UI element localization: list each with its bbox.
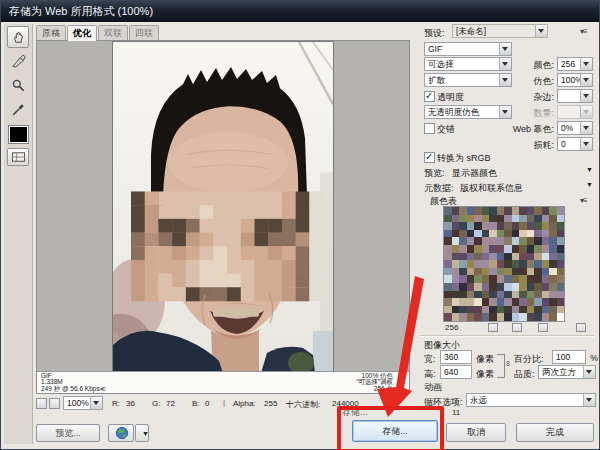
color-swatch[interactable] [489,245,497,253]
color-swatch[interactable] [459,245,467,253]
color-swatch[interactable] [489,306,497,314]
color-swatch[interactable] [549,222,557,230]
color-swatch[interactable] [459,298,467,306]
color-swatch[interactable] [519,298,527,306]
zoom-tool-button[interactable] [7,74,29,96]
color-swatch[interactable] [542,291,550,299]
color-swatch[interactable] [489,283,497,291]
matte-arrow[interactable] [580,90,592,102]
color-swatch[interactable] [534,207,542,215]
color-swatch[interactable] [542,230,550,238]
preset-dropdown-arrow[interactable] [535,25,547,37]
color-swatch[interactable] [557,253,565,261]
color-swatch[interactable] [467,230,475,238]
color-swatch[interactable] [542,298,550,306]
color-swatch[interactable] [497,283,505,291]
color-swatch[interactable] [519,275,527,283]
color-swatch[interactable] [512,275,520,283]
color-swatch[interactable] [452,230,460,238]
color-swatch[interactable] [519,222,527,230]
color-swatch[interactable] [482,283,490,291]
color-swatch[interactable] [519,306,527,314]
color-swatch[interactable] [534,283,542,291]
color-swatch[interactable] [444,313,452,321]
websnap-field[interactable]: 0% [557,121,593,135]
color-swatch[interactable] [512,298,520,306]
zoom-dropdown-arrow[interactable] [90,397,102,409]
eyedropper-tool-button[interactable] [7,98,29,120]
color-swatch[interactable] [497,215,505,223]
color-swatch[interactable] [482,306,490,314]
color-swatch[interactable] [557,291,565,299]
color-swatch[interactable] [504,291,512,299]
color-swatch[interactable] [519,313,527,321]
color-swatch[interactable] [474,291,482,299]
color-swatch[interactable] [534,215,542,223]
color-swatch[interactable] [534,237,542,245]
color-swatch[interactable] [444,268,452,276]
metadata-arrow[interactable]: ▼ [586,181,593,188]
color-swatch[interactable] [534,298,542,306]
color-swatch[interactable] [549,306,557,314]
color-swatch[interactable] [459,306,467,314]
color-swatch[interactable] [489,222,497,230]
color-swatch[interactable] [527,275,535,283]
color-swatch[interactable] [452,222,460,230]
color-swatch[interactable] [504,275,512,283]
color-swatch[interactable] [527,215,535,223]
color-swatch[interactable] [519,245,527,253]
format-dropdown-arrow[interactable] [499,43,511,55]
color-swatch[interactable] [527,222,535,230]
color-swatch[interactable] [467,237,475,245]
color-swatch[interactable] [459,230,467,238]
color-swatch[interactable] [527,298,535,306]
color-swatch[interactable] [512,245,520,253]
color-swatch[interactable] [512,260,520,268]
color-swatch[interactable] [542,275,550,283]
color-swatch[interactable] [444,306,452,314]
color-swatch[interactable] [482,207,490,215]
color-swatch[interactable] [489,237,497,245]
width-field[interactable]: 360 [440,350,472,364]
color-swatch[interactable] [519,230,527,238]
lossy-arrow[interactable] [580,138,592,150]
color-swatch[interactable] [452,298,460,306]
tab-2up[interactable]: 双联 [98,25,128,40]
color-swatch[interactable] [549,230,557,238]
color-swatch[interactable] [527,245,535,253]
color-swatch[interactable] [527,230,535,238]
color-swatch[interactable] [467,207,475,215]
tab-optimized[interactable]: 优化 [67,25,97,41]
color-swatch[interactable] [474,306,482,314]
color-swatch[interactable] [497,298,505,306]
color-swatch[interactable] [549,260,557,268]
color-swatch[interactable] [542,222,550,230]
color-swatch[interactable] [444,298,452,306]
title-bar[interactable]: 存储为 Web 所用格式 (100%) [0,0,600,22]
color-swatch[interactable] [467,275,475,283]
color-swatch[interactable] [482,237,490,245]
color-swatch[interactable] [549,245,557,253]
color-swatch[interactable] [474,260,482,268]
color-swatch[interactable] [497,275,505,283]
color-swatch[interactable] [549,313,557,321]
color-swatch[interactable] [549,215,557,223]
color-swatch[interactable] [497,253,505,261]
tab-original[interactable]: 原稿 [36,25,66,40]
color-swatch[interactable] [467,245,475,253]
percent-field[interactable]: 100 [552,350,586,364]
dither-arrow[interactable] [580,74,592,86]
color-swatch[interactable] [534,230,542,238]
color-swatch[interactable] [474,313,482,321]
color-swatch[interactable] [459,237,467,245]
loop-select[interactable]: 永远 [466,393,596,407]
color-swatch[interactable] [519,291,527,299]
color-swatch[interactable] [474,215,482,223]
color-swatch[interactable] [489,291,497,299]
color-swatch[interactable] [549,298,557,306]
color-swatch[interactable] [452,253,460,261]
color-swatch[interactable] [489,275,497,283]
color-swatch[interactable] [497,313,505,321]
preview-in-browser-button[interactable]: 预览... [36,424,100,442]
color-swatch[interactable] [452,283,460,291]
